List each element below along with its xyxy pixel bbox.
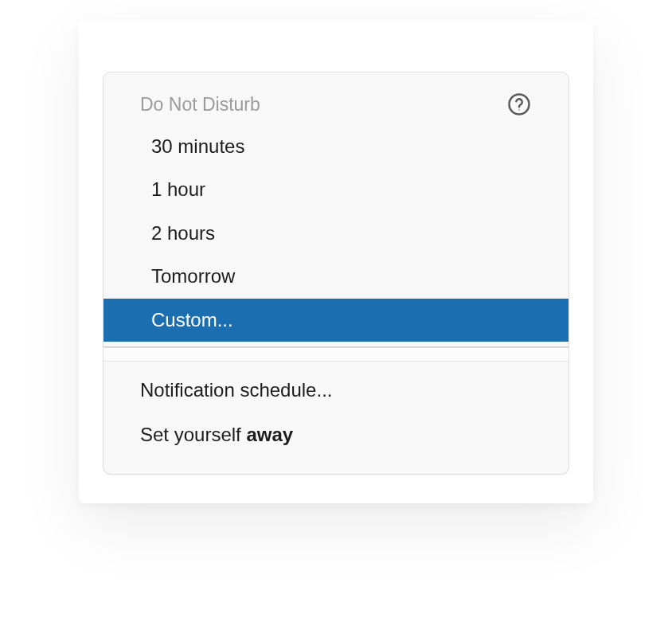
- dnd-option-1-hour[interactable]: 1 hour: [104, 168, 568, 211]
- help-circle-icon: [507, 92, 531, 116]
- help-button[interactable]: [506, 92, 532, 117]
- menu-separator-band: [104, 347, 568, 362]
- svg-point-0: [510, 95, 529, 115]
- set-away-prefix: Set yourself: [140, 424, 246, 445]
- notification-schedule-item[interactable]: Notification schedule...: [104, 368, 568, 413]
- dnd-option-list: 30 minutes 1 hour 2 hours Tomorrow Custo…: [104, 125, 568, 346]
- menu-separator: [104, 346, 568, 362]
- dnd-option-custom[interactable]: Custom...: [104, 299, 568, 342]
- menu-title: Do Not Disturb: [140, 94, 260, 115]
- set-away-item[interactable]: Set yourself away: [104, 413, 568, 457]
- dnd-option-30-minutes[interactable]: 30 minutes: [104, 125, 568, 168]
- popover-card: Do Not Disturb 30 minutes 1 hour 2 hours…: [79, 20, 593, 503]
- menu-header: Do Not Disturb: [104, 72, 568, 125]
- menu-bottom-section: Notification schedule... Set yourself aw…: [104, 362, 568, 474]
- dnd-option-2-hours[interactable]: 2 hours: [104, 212, 568, 255]
- svg-point-1: [518, 109, 520, 111]
- dnd-option-tomorrow[interactable]: Tomorrow: [104, 255, 568, 298]
- set-away-bold: away: [246, 424, 293, 445]
- dnd-menu: Do Not Disturb 30 minutes 1 hour 2 hours…: [103, 72, 569, 475]
